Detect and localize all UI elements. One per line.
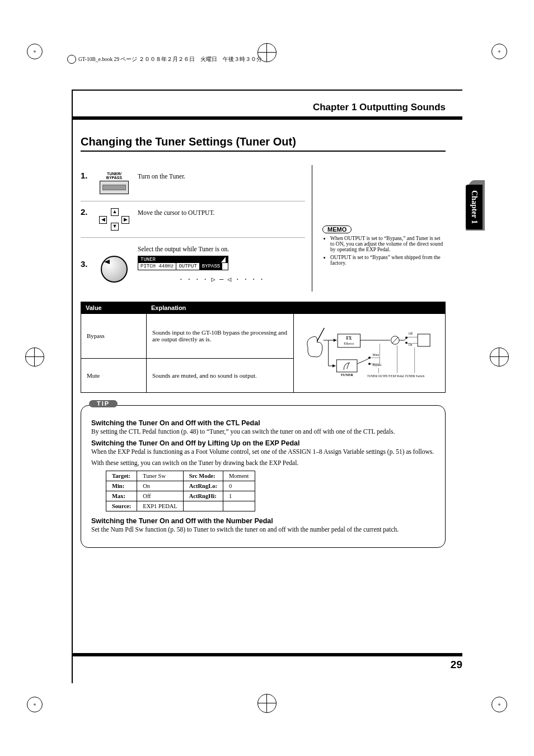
tip-heading: Switching the Tuner On and Off by Liftin… <box>91 439 435 447</box>
table-row: Max: Off ActRngHi: 1 <box>106 491 255 501</box>
cell-label: ActRngLo: <box>183 481 223 491</box>
cell-value: Bypass <box>81 314 147 359</box>
diagram-on-label: On <box>409 343 413 346</box>
tip-body: With these setting, you can switch on th… <box>91 459 435 466</box>
memo-box: MEMO When OUTPUT is set to “Bypass,” and… <box>322 226 446 266</box>
lcd-output-label: OUTPUT <box>176 263 199 270</box>
svg-point-20 <box>368 363 371 365</box>
registration-mark-icon <box>491 697 507 712</box>
svg-line-28 <box>357 361 364 364</box>
svg-point-9 <box>405 342 407 344</box>
bottom-rule <box>72 653 462 656</box>
section-rule <box>81 151 446 152</box>
tip-body: Set the Num Pdl Sw function (p. 58) to T… <box>91 526 435 533</box>
registration-mark-icon <box>27 44 43 59</box>
cell-label: ActRngHi: <box>183 491 223 501</box>
lcd-display-icon: TUNER PITCH 440Hz OUTPUT BYPASS <box>138 256 228 270</box>
diagram-off-label: Off <box>409 332 413 335</box>
step-item: 2. ◀▶ ▲▼ Move the cursor to OUTPUT. <box>81 201 305 238</box>
cell-value <box>223 501 255 511</box>
svg-rect-11 <box>418 334 430 346</box>
left-column: 1. TUNER/ BYPASS Turn on the Tuner. 2. <box>81 165 312 292</box>
step-text: Select the output while Tuner is on. TUN… <box>138 243 305 286</box>
cell-label: Max: <box>106 491 137 501</box>
diagram-tuner-label: TUNER <box>340 373 353 377</box>
memo-label: MEMO <box>322 226 352 233</box>
step-text: Move the cursor to OUTPUT. <box>138 207 305 216</box>
dial-icon <box>97 256 131 283</box>
tip-box: TIP Switching the Tuner On and Off with … <box>81 405 446 548</box>
ring-icon <box>67 55 76 64</box>
table-row: Target: Tuner Sw Src Mode: Moment <box>106 471 255 481</box>
diagram-fx-label: FX <box>346 336 352 341</box>
crosshair-icon <box>25 347 45 367</box>
step-number: 3. <box>81 259 91 269</box>
section-title: Changing the Tuner Settings (Tuner Out) <box>81 135 446 148</box>
tip-body: By setting the CTL Pedal function (p. 48… <box>91 428 435 435</box>
registration-mark-icon <box>27 697 43 712</box>
step-text-line: Select the output while Tuner is on. <box>138 246 229 252</box>
tip-body: When the EXP Pedal is functioning as a F… <box>91 448 435 455</box>
cell-explanation: Sounds are muted, and no sound is output… <box>147 358 294 393</box>
step-item: 1. TUNER/ BYPASS Turn on the Tuner. <box>81 165 305 201</box>
top-meta-text: GT-10B_e.book 29 ページ ２００８年２月２６日 火曜日 午後３時… <box>78 56 262 63</box>
registration-mark-icon <box>491 44 507 59</box>
tip-label: TIP <box>89 400 118 407</box>
table-row: Bypass Sounds input to the GT-10B bypass… <box>81 314 446 359</box>
button-icon <box>100 181 129 194</box>
cell-label: Target: <box>106 471 137 481</box>
lcd-output-value: BYPASS <box>200 263 222 270</box>
tuner-bypass-button-icon: TUNER/ BYPASS <box>97 171 131 195</box>
lcd-pitch: PITCH 440Hz <box>138 263 176 270</box>
right-column: MEMO When OUTPUT is set to “Bypass,” and… <box>317 165 446 292</box>
crosshair-icon <box>257 693 277 713</box>
step-number: 2. <box>81 207 91 217</box>
cell-value: Mute <box>81 358 147 393</box>
step-item: 3. Select the output while Tuner is on. … <box>81 238 305 292</box>
svg-line-0 <box>317 328 325 341</box>
cell-value: EXP1 PEDAL <box>137 501 184 511</box>
diagram-effector-label: Effector <box>344 342 354 345</box>
cell-value: Tuner Sw <box>137 471 184 481</box>
cell-value: 0 <box>223 481 255 491</box>
page: GT-10B_e.book 29 ページ ２００８年２月２６日 火曜日 午後３時… <box>0 0 534 756</box>
signal-flow-svg: FX Effector <box>299 322 439 383</box>
cell-label: Min: <box>106 481 137 491</box>
signal-flow-diagram: FX Effector <box>294 314 446 393</box>
cell-value: 1 <box>223 491 255 501</box>
cell-label: Source: <box>106 501 137 511</box>
svg-rect-17 <box>336 360 357 372</box>
table-row: Min: On ActRngLo: 0 <box>106 481 255 491</box>
svg-line-21 <box>364 358 371 361</box>
content: Changing the Tuner Settings (Tuner Out) … <box>73 120 462 548</box>
diagram-exp-pedal-label: EXP Pedal <box>391 374 404 378</box>
steps-list: 1. TUNER/ BYPASS Turn on the Tuner. 2. <box>81 165 305 292</box>
crosshair-icon <box>489 347 509 367</box>
memo-item: When OUTPUT is set to “Bypass,” and Tune… <box>330 236 446 252</box>
chapter-tab: Chapter 1 <box>466 185 483 229</box>
svg-marker-2 <box>334 339 337 342</box>
table-header: Value <box>81 302 147 314</box>
cell-value: On <box>137 481 184 491</box>
diagram-tuner-switch-label: TUNER Switch <box>405 374 424 378</box>
tip-heading: Switching the Tuner On and Off with the … <box>91 517 435 525</box>
two-columns: 1. TUNER/ BYPASS Turn on the Tuner. 2. <box>81 165 446 292</box>
cell-label <box>183 501 223 511</box>
button-label: TUNER/ BYPASS <box>106 172 122 180</box>
tuner-bar-icon: · · · · ▷ — ◁ · · · · <box>138 273 305 286</box>
cursor-pad-icon: ◀▶ ▲▼ <box>97 207 131 232</box>
step-text: Turn on the Tuner. <box>138 171 305 180</box>
page-number: 29 <box>451 659 462 671</box>
step-number: 1. <box>81 171 91 180</box>
cell-value: Moment <box>223 471 255 481</box>
memo-item: OUTPUT is set to “Bypass” when shipped f… <box>330 255 446 266</box>
diagram-mute-label: Mute <box>373 353 380 356</box>
lcd-title: TUNER <box>140 257 156 262</box>
cell-explanation: Sounds input to the GT-10B bypass the pr… <box>147 314 294 359</box>
value-table: Value Explanation Bypass Sounds input to… <box>81 302 446 393</box>
cell-value: Off <box>137 491 184 501</box>
cell-label: Src Mode: <box>183 471 223 481</box>
table-header-row: Value Explanation <box>81 302 446 314</box>
content-frame: Chapter 1 Outputting Sounds Changing the… <box>72 90 462 683</box>
top-meta: GT-10B_e.book 29 ページ ２００８年２月２６日 火曜日 午後３時… <box>67 55 262 64</box>
